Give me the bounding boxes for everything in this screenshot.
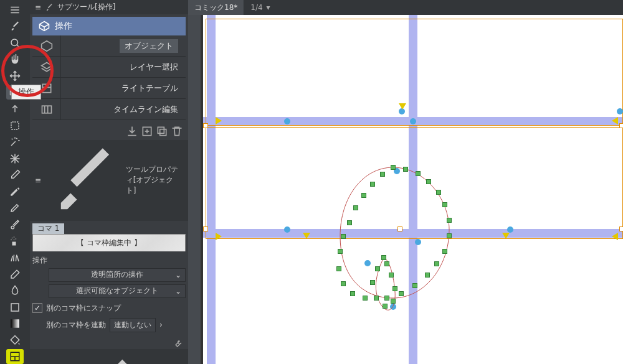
bezier-control-point[interactable] — [392, 286, 397, 291]
menu-icon[interactable] — [6, 2, 24, 17]
move-icon[interactable] — [6, 68, 24, 83]
chevron-right-icon[interactable]: › — [159, 320, 163, 329]
eyedropper-icon[interactable] — [6, 167, 24, 182]
lasso-icon[interactable] — [6, 118, 24, 133]
bezier-control-point[interactable] — [353, 205, 358, 210]
edge-handle[interactable] — [284, 226, 290, 233]
menu-small-icon[interactable]: ≡ — [35, 3, 41, 12]
wrench-icon[interactable] — [173, 338, 183, 348]
blur-icon[interactable] — [6, 283, 24, 298]
bezier-control-point[interactable] — [363, 296, 368, 301]
bezier-control-point[interactable] — [403, 167, 408, 172]
subtool-item-lighttable[interactable]: ライトテーブル — [32, 78, 186, 99]
hand-icon[interactable] — [6, 52, 24, 67]
guide-triangle-icon[interactable] — [502, 233, 510, 239]
checkbox-checked-icon[interactable]: ✓ — [32, 303, 42, 313]
snap-checkbox-row[interactable]: ✓ 別のコマ枠にスナップ — [32, 301, 186, 316]
bezier-control-point[interactable] — [370, 280, 375, 285]
grass-icon[interactable] — [6, 250, 24, 265]
frame-tag[interactable]: コマ 1 — [32, 223, 64, 234]
edge-handle[interactable] — [410, 118, 416, 124]
bezier-control-point[interactable] — [389, 273, 394, 278]
svg-point-19 — [16, 239, 17, 240]
menu-small-icon[interactable]: ≡ — [35, 176, 41, 185]
selection-box-top[interactable] — [206, 19, 623, 126]
selection-handle[interactable] — [203, 123, 208, 128]
bezier-control-point[interactable] — [375, 266, 380, 271]
pen-icon[interactable] — [6, 184, 24, 199]
bezier-control-point[interactable] — [412, 283, 417, 288]
bezier-control-point[interactable] — [425, 273, 430, 278]
marker-icon[interactable] — [6, 201, 24, 216]
bezier-control-point[interactable] — [384, 296, 389, 301]
bezier-control-point[interactable] — [381, 255, 386, 260]
bezier-control-point[interactable] — [341, 281, 346, 286]
link-value-dropdown[interactable]: 連動しない — [110, 318, 156, 332]
guide-triangle-icon[interactable] — [216, 233, 222, 240]
subtool-item-object[interactable]: オブジェクト — [32, 35, 186, 57]
bezier-control-point[interactable] — [436, 190, 441, 195]
add-subtool-icon[interactable] — [141, 125, 153, 138]
guide-triangle-icon[interactable] — [612, 117, 618, 124]
download-icon[interactable] — [126, 125, 138, 138]
selection-handle[interactable] — [619, 226, 623, 231]
bezier-control-point[interactable] — [426, 179, 431, 184]
bezier-control-point[interactable] — [391, 299, 396, 304]
subtool-item-timeline[interactable]: タイムライン編集 — [32, 99, 186, 120]
bucket-icon[interactable] — [6, 333, 24, 348]
bezier-control-point[interactable] — [442, 202, 447, 207]
chevron-down-icon: ⌄ — [175, 271, 181, 279]
dropdown-label: 透明箇所の操作 — [91, 269, 143, 280]
bezier-control-point[interactable] — [361, 193, 366, 198]
brush-icon[interactable] — [6, 19, 24, 34]
bezier-control-point[interactable] — [384, 261, 389, 266]
duplicate-subtool-icon[interactable] — [156, 125, 168, 138]
guide-triangle-icon[interactable] — [216, 117, 222, 124]
bezier-control-point[interactable] — [338, 249, 343, 254]
brush2-icon[interactable] — [6, 217, 24, 232]
magnifier-icon[interactable] — [6, 35, 24, 50]
canvas-page[interactable] — [201, 15, 623, 364]
subtool-item-layerselect[interactable]: レイヤー選択 — [32, 57, 186, 78]
guide-triangle-icon[interactable] — [612, 233, 618, 240]
page-indicator[interactable]: 1/4 ▾ — [244, 0, 276, 15]
bezier-control-point[interactable] — [391, 165, 396, 170]
guide-triangle-icon[interactable] — [303, 233, 310, 239]
bezier-control-point[interactable] — [350, 291, 355, 296]
shape-icon[interactable] — [6, 300, 24, 315]
operation-tooltip: 操作 — [11, 85, 41, 100]
spray-icon[interactable] — [6, 234, 24, 249]
bezier-control-point[interactable] — [447, 233, 452, 238]
bezier-control-point[interactable] — [399, 291, 404, 296]
guide-triangle-icon[interactable] — [399, 103, 406, 110]
canvas-viewport[interactable] — [188, 15, 623, 364]
bezier-control-point[interactable] — [374, 296, 379, 301]
bezier-control-point[interactable] — [442, 249, 447, 254]
edge-handle[interactable] — [284, 118, 290, 124]
burst-icon[interactable] — [6, 151, 24, 166]
delete-subtool-icon[interactable] — [171, 125, 183, 138]
bezier-control-point[interactable] — [341, 234, 346, 239]
gradient-icon[interactable] — [6, 316, 24, 331]
magic-wand-icon[interactable] — [6, 134, 24, 149]
edge-handle[interactable] — [617, 108, 623, 114]
frame-tool-icon[interactable] — [6, 349, 24, 364]
eraser-icon[interactable] — [6, 267, 24, 282]
bezier-control-point[interactable] — [336, 266, 341, 271]
bezier-control-point[interactable] — [347, 220, 352, 225]
bezier-control-point[interactable] — [447, 218, 452, 223]
bezier-control-point[interactable] — [434, 261, 439, 266]
selection-handle[interactable] — [619, 123, 623, 128]
bezier-control-point[interactable] — [380, 172, 385, 177]
transparent-op-dropdown[interactable]: 透明箇所の操作 ⌄ — [49, 268, 186, 282]
selection-handle[interactable] — [203, 226, 208, 231]
edge-handle[interactable] — [507, 226, 513, 233]
subtool-main-dropdown[interactable]: 操作 — [32, 17, 186, 35]
selectable-object-dropdown[interactable]: 選択可能なオブジェクト ⌄ — [49, 284, 186, 298]
document-tab[interactable]: コミック18* — [188, 0, 244, 15]
bezier-control-point[interactable] — [416, 171, 421, 176]
arrow-icon[interactable] — [6, 101, 24, 116]
bezier-control-point[interactable] — [383, 304, 388, 309]
bezier-shape[interactable] — [328, 164, 483, 320]
bezier-control-point[interactable] — [370, 182, 375, 187]
